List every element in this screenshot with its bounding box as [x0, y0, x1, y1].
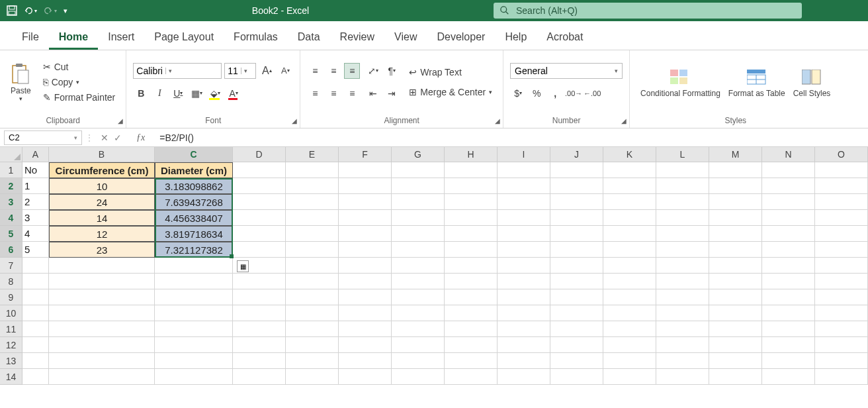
cell-F14[interactable] — [339, 369, 392, 385]
cell-K13[interactable] — [603, 353, 656, 369]
bold-button[interactable]: B — [133, 85, 149, 101]
cell-N7[interactable] — [762, 258, 815, 274]
cell-N11[interactable] — [762, 321, 815, 337]
cell-C13[interactable] — [155, 353, 233, 369]
cell-M13[interactable] — [709, 353, 762, 369]
cell-E3[interactable] — [286, 194, 339, 210]
cell-A8[interactable] — [22, 274, 49, 289]
column-header-B[interactable]: B — [49, 147, 155, 162]
cell-B2[interactable]: 10 — [49, 178, 155, 194]
cell-F8[interactable] — [339, 274, 392, 289]
column-header-I[interactable]: I — [498, 147, 550, 162]
column-header-O[interactable]: O — [815, 147, 868, 162]
cell-M3[interactable] — [709, 194, 762, 210]
cell-G11[interactable] — [392, 321, 445, 337]
cell-M11[interactable] — [709, 321, 762, 337]
cell-I9[interactable] — [498, 289, 550, 305]
row-header-6[interactable]: 6 — [0, 242, 22, 258]
cell-H2[interactable] — [445, 178, 498, 194]
row-header-11[interactable]: 11 — [0, 321, 22, 337]
cell-J8[interactable] — [550, 274, 603, 289]
search-input[interactable]: Search (Alt+Q) — [494, 3, 802, 19]
cell-K7[interactable] — [603, 258, 656, 274]
formula-input[interactable]: =B2/PI() — [153, 132, 868, 143]
cell-F9[interactable] — [339, 289, 392, 305]
cell-A1[interactable]: No — [22, 162, 49, 178]
font-size-combo[interactable]: 11▾ — [224, 63, 256, 79]
tab-help[interactable]: Help — [495, 25, 537, 50]
format-painter-button[interactable]: ✎Format Painter — [39, 91, 120, 104]
orientation-button[interactable]: ⤢▾ — [365, 63, 381, 79]
cell-K11[interactable] — [603, 321, 656, 337]
redo-button[interactable]: ▾ — [44, 6, 57, 15]
cell-J3[interactable] — [550, 194, 603, 210]
cell-H10[interactable] — [445, 305, 498, 321]
cell-O3[interactable] — [815, 194, 868, 210]
font-color-button[interactable]: A▾ — [226, 85, 241, 101]
row-header-13[interactable]: 13 — [0, 353, 22, 369]
cell-J12[interactable] — [550, 337, 603, 353]
cell-G13[interactable] — [392, 353, 445, 369]
column-header-E[interactable]: E — [286, 147, 339, 162]
cell-L6[interactable] — [656, 242, 709, 258]
cell-F3[interactable] — [339, 194, 392, 210]
cell-O7[interactable] — [815, 258, 868, 274]
cell-C1[interactable]: Diameter (cm) — [155, 162, 233, 178]
cell-F1[interactable] — [339, 162, 392, 178]
increase-indent-icon[interactable]: ⇥ — [384, 85, 400, 101]
cell-J14[interactable] — [550, 369, 603, 385]
cell-K10[interactable] — [603, 305, 656, 321]
cell-L1[interactable] — [656, 162, 709, 178]
cell-O14[interactable] — [815, 369, 868, 385]
cell-D9[interactable] — [233, 289, 286, 305]
column-header-L[interactable]: L — [656, 147, 709, 162]
cut-button[interactable]: ✂Cut — [39, 60, 120, 74]
cell-H8[interactable] — [445, 274, 498, 289]
cell-C5[interactable]: 3.819718634 — [155, 226, 233, 242]
cell-J9[interactable] — [550, 289, 603, 305]
cell-J1[interactable] — [550, 162, 603, 178]
cell-D6[interactable] — [233, 242, 286, 258]
cell-A6[interactable]: 5 — [22, 242, 49, 258]
cell-K4[interactable] — [603, 210, 656, 226]
cell-K1[interactable] — [603, 162, 656, 178]
cell-B9[interactable] — [49, 289, 155, 305]
align-middle-icon[interactable]: ≡ — [326, 63, 341, 79]
cell-D1[interactable] — [233, 162, 286, 178]
decrease-font-icon[interactable]: A▾ — [277, 63, 293, 79]
italic-button[interactable]: I — [152, 85, 167, 101]
cell-O9[interactable] — [815, 289, 868, 305]
cell-C6[interactable]: 7.321127382 — [155, 242, 233, 258]
cell-K8[interactable] — [603, 274, 656, 289]
cell-A3[interactable]: 2 — [22, 194, 49, 210]
align-left-icon[interactable]: ≡ — [307, 85, 323, 101]
cell-L2[interactable] — [656, 178, 709, 194]
percent-button[interactable]: % — [529, 85, 544, 101]
cell-I13[interactable] — [498, 353, 550, 369]
column-header-N[interactable]: N — [762, 147, 815, 162]
cell-L13[interactable] — [656, 353, 709, 369]
cell-H9[interactable] — [445, 289, 498, 305]
increase-decimal-icon[interactable]: .00→ — [566, 85, 582, 101]
cell-B10[interactable] — [49, 305, 155, 321]
cell-N4[interactable] — [762, 210, 815, 226]
save-icon[interactable] — [7, 5, 17, 16]
cell-K5[interactable] — [603, 226, 656, 242]
row-header-5[interactable]: 5 — [0, 226, 22, 242]
cell-E14[interactable] — [286, 369, 339, 385]
column-header-K[interactable]: K — [603, 147, 656, 162]
tab-home[interactable]: Home — [49, 25, 98, 50]
cell-H3[interactable] — [445, 194, 498, 210]
cell-J5[interactable] — [550, 226, 603, 242]
cell-N3[interactable] — [762, 194, 815, 210]
cell-L4[interactable] — [656, 210, 709, 226]
format-as-table-button[interactable]: Format as Table — [724, 66, 789, 98]
column-header-G[interactable]: G — [392, 147, 445, 162]
cell-A2[interactable]: 1 — [22, 178, 49, 194]
cell-B4[interactable]: 14 — [49, 210, 155, 226]
cell-N1[interactable] — [762, 162, 815, 178]
cell-F11[interactable] — [339, 321, 392, 337]
cell-I7[interactable] — [498, 258, 550, 274]
font-name-combo[interactable]: Calibri▾ — [133, 63, 222, 79]
cell-B13[interactable] — [49, 353, 155, 369]
